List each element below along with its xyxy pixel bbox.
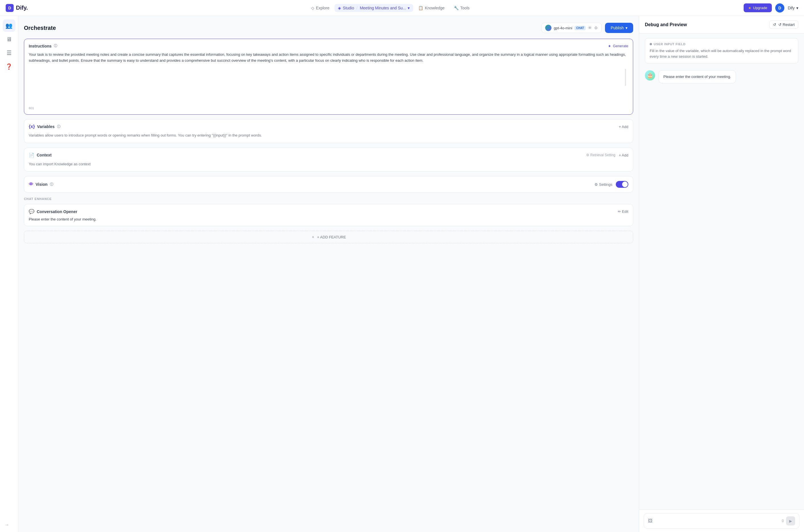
model-icon	[545, 25, 551, 31]
chat-enhance-section: CHAT ENHANCE 💬 Conversation Opener ✏ Edi…	[24, 197, 633, 243]
logo-icon: D	[6, 4, 14, 12]
context-icon: 📄	[29, 152, 34, 158]
right-panel: Debug and Preview ↺ ↺ Restart USER INPUT…	[639, 16, 804, 532]
conv-opener-text: Please enter the content of your meeting…	[29, 217, 628, 221]
variables-info-icon: ⓘ	[57, 124, 60, 129]
conv-opener-title: 💬 Conversation Opener	[29, 209, 77, 214]
model-settings-icon[interactable]: ⚙	[594, 25, 598, 30]
conv-opener-icon: 💬	[29, 209, 34, 214]
dropdown-icon: ▾	[408, 6, 410, 10]
generate-button[interactable]: ✦ Generate	[608, 44, 628, 49]
star-icon: ★	[748, 6, 751, 10]
context-card: 📄 Context ⚙ Retrieval Setting + Add You …	[24, 148, 633, 172]
model-selector[interactable]: gpt-4o-mini CHAT 👁 ⚙	[542, 23, 602, 33]
upgrade-button[interactable]: ★ Upgrade	[744, 3, 772, 12]
vision-toggle[interactable]	[616, 181, 628, 188]
variables-icon: {x}	[29, 124, 35, 129]
send-icon: ▶	[789, 519, 792, 523]
debug-body: USER INPUT FIELD Fill in the value of th…	[639, 34, 804, 510]
debug-footer: 🖼 0 ▶	[639, 510, 804, 532]
context-add-button[interactable]: + Add	[619, 153, 628, 157]
char-count: 601	[29, 107, 628, 110]
explore-icon: ◇	[311, 6, 314, 10]
orchestrate-header: Orchestrate gpt-4o-mini CHAT 👁 ⚙ Publish…	[24, 23, 633, 33]
vision-title: 👁 Vision ⓘ	[29, 182, 53, 187]
tools-icon: 🔧	[454, 6, 459, 10]
sidebar: 👥 🖥 ☰ ❓ →	[0, 16, 18, 532]
nav-separator: /	[357, 6, 358, 10]
nav-studio[interactable]: ◈ Studio / Meeting Minutes and Su... ▾	[334, 4, 413, 12]
topnav-right: ★ Upgrade D Dify ▾	[744, 3, 798, 13]
svg-point-0	[546, 26, 550, 30]
nav-explore[interactable]: ◇ Explore	[307, 4, 333, 12]
variables-add-button[interactable]: + Add	[619, 125, 628, 129]
retrieval-setting-button[interactable]: ⚙ Retrieval Setting	[586, 153, 615, 157]
instructions-header: Instructions ⓘ ✦ Generate	[29, 43, 628, 49]
restart-icon: ↺	[773, 22, 776, 27]
chat-input-row: 🖼 0 ▶	[644, 513, 800, 529]
variables-title: {x} Variables ⓘ	[29, 124, 60, 129]
edit-button[interactable]: ✏ Edit	[618, 209, 628, 214]
chat-message: 🎂 Please enter the content of your meeti…	[645, 68, 798, 86]
instructions-info-icon: ⓘ	[54, 43, 57, 49]
context-description: You can import Knowledge as context	[29, 161, 628, 167]
left-panel: Orchestrate gpt-4o-mini CHAT 👁 ⚙ Publish…	[18, 16, 639, 532]
instructions-text-area[interactable]: Your task is to review the provided meet…	[29, 52, 628, 103]
knowledge-icon: 📋	[418, 6, 423, 10]
instructions-text: Your task is to review the provided meet…	[29, 52, 628, 103]
nav-project-name: Meeting Minutes and Su...	[360, 6, 406, 10]
chat-input[interactable]	[655, 519, 780, 523]
debug-title: Debug and Preview	[645, 22, 687, 27]
user-input-field: USER INPUT FIELD Fill in the value of th…	[645, 38, 798, 63]
user-dropdown-icon: ▾	[796, 6, 798, 10]
chat-enhance-label: CHAT ENHANCE	[24, 197, 633, 201]
uif-dot	[650, 43, 652, 45]
add-feature-button[interactable]: ＋ + ADD FEATURE	[24, 231, 633, 243]
context-title: 📄 Context	[29, 152, 52, 158]
sidebar-icon-monitor[interactable]: 🖥	[3, 33, 15, 45]
vision-card: 👁 Vision ⓘ ⚙ Settings	[24, 176, 633, 193]
model-eye-icon: 👁	[588, 25, 592, 30]
user-avatar: D	[775, 3, 784, 13]
conv-opener-header: 💬 Conversation Opener ✏ Edit	[29, 209, 628, 214]
topnav-center: ◇ Explore ◈ Studio / Meeting Minutes and…	[37, 4, 744, 12]
sidebar-icon-people[interactable]: 👥	[3, 19, 15, 32]
sidebar-icon-help[interactable]: ❓	[3, 60, 15, 73]
sidebar-top: 👥 🖥 ☰ ❓	[3, 19, 15, 528]
nav-knowledge[interactable]: 📋 Knowledge	[414, 4, 449, 12]
publish-dropdown-icon: ▾	[625, 25, 627, 30]
vision-icon: 👁	[29, 182, 33, 187]
model-badge: CHAT	[574, 26, 586, 30]
vision-row: 👁 Vision ⓘ ⚙ Settings	[29, 181, 628, 188]
add-feature-plus-icon: ＋	[311, 234, 315, 240]
instructions-label: Instructions	[29, 44, 52, 49]
restart-button[interactable]: ↺ ↺ Restart	[769, 20, 798, 29]
variables-header: {x} Variables ⓘ + Add	[29, 124, 628, 129]
model-name: gpt-4o-mini	[554, 26, 572, 30]
chat-char-count: 0	[782, 519, 784, 523]
instructions-title: Instructions ⓘ	[29, 43, 57, 49]
attachment-icon[interactable]: 🖼	[648, 518, 653, 524]
chat-bubble: Please enter the content of your meeting…	[659, 70, 736, 83]
logo[interactable]: D Dify.	[6, 4, 28, 12]
send-button[interactable]: ▶	[786, 516, 795, 526]
debug-header: Debug and Preview ↺ ↺ Restart	[639, 16, 804, 34]
user-menu[interactable]: Dify ▾	[788, 6, 798, 10]
orchestrate-title: Orchestrate	[24, 25, 56, 31]
chat-avatar: 🎂	[645, 70, 655, 80]
logo-text: Dify.	[16, 4, 28, 11]
uif-description: Fill in the value of the variable, which…	[650, 48, 793, 59]
main: Orchestrate gpt-4o-mini CHAT 👁 ⚙ Publish…	[18, 16, 804, 532]
variables-description: Variables allow users to introduce promp…	[29, 133, 628, 138]
studio-icon: ◈	[338, 6, 341, 10]
publish-button[interactable]: Publish ▾	[605, 23, 633, 33]
scroll-indicator	[625, 69, 626, 86]
sidebar-icon-list[interactable]: ☰	[3, 47, 15, 59]
uif-header: USER INPUT FIELD	[650, 42, 793, 46]
sidebar-expand-button[interactable]: →	[4, 522, 9, 528]
topnav: D Dify. ◇ Explore ◈ Studio / Meeting Min…	[0, 0, 804, 16]
vision-settings-button[interactable]: ⚙ Settings	[595, 182, 613, 187]
conversation-opener-card: 💬 Conversation Opener ✏ Edit Please ente…	[24, 204, 633, 226]
context-header: 📄 Context ⚙ Retrieval Setting + Add	[29, 152, 628, 158]
nav-tools[interactable]: 🔧 Tools	[450, 4, 474, 12]
